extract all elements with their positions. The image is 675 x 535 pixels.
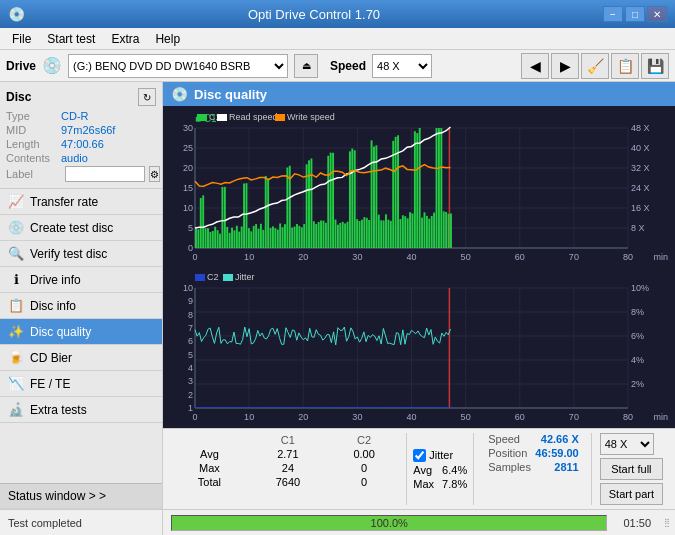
progress-text: 100.0%	[172, 516, 606, 530]
drive-select[interactable]: (G:) BENQ DVD DD DW1640 BSRB	[68, 54, 288, 78]
stats-divider2	[473, 433, 474, 505]
speed-stats: Speed 42.66 X Position 46:59.00 Samples …	[480, 433, 587, 505]
minimize-button[interactable]: −	[603, 6, 623, 22]
sidebar-item-disc-quality[interactable]: ✨ Disc quality	[0, 319, 162, 345]
position-key: Position	[488, 447, 527, 459]
chart2-wrapper	[165, 268, 673, 426]
stats-area: C1 C2 Avg 2.71 0.00 Max 24 0	[163, 428, 675, 509]
disc-refresh-button[interactable]: ↻	[138, 88, 156, 106]
cd-bier-icon: 🍺	[8, 350, 24, 365]
prev-button[interactable]: ◀	[521, 53, 549, 79]
eject-button[interactable]: ⏏	[294, 54, 318, 78]
menu-bar: File Start test Extra Help	[0, 28, 675, 50]
jitter-avg-value: 6.4%	[442, 464, 467, 476]
avg-c1: 2.71	[248, 447, 328, 461]
speed-select[interactable]: 48 X	[372, 54, 432, 78]
stats-divider1	[406, 433, 407, 505]
jitter-avg-label: Avg	[413, 464, 432, 476]
action-speed-select[interactable]: 48 X 40 X 32 X	[600, 433, 654, 455]
label-key: Label	[6, 168, 61, 180]
menu-file[interactable]: File	[4, 30, 39, 48]
samples-row: Samples 2811	[488, 461, 579, 473]
copy-button[interactable]: 📋	[611, 53, 639, 79]
stats-row-header	[171, 433, 248, 447]
samples-value: 2811	[554, 461, 578, 473]
app-icon: 💿	[8, 6, 25, 22]
jitter-checkbox-row: Jitter	[413, 449, 467, 462]
sidebar-item-disc-quality-label: Disc quality	[30, 325, 91, 339]
position-value: 46:59.00	[535, 447, 578, 459]
progress-bar-bg: 100.0%	[171, 515, 607, 531]
sidebar-item-drive-info[interactable]: ℹ Drive info	[0, 267, 162, 293]
sidebar-item-verify-test-disc[interactable]: 🔍 Verify test disc	[0, 241, 162, 267]
extra-tests-icon: 🔬	[8, 402, 24, 417]
sidebar-item-cd-bier-label: CD Bier	[30, 351, 72, 365]
speed-label: Speed	[330, 59, 366, 73]
total-label: Total	[171, 475, 248, 489]
sidebar-item-fe-te[interactable]: 📉 FE / TE	[0, 371, 162, 397]
sidebar-item-status-window[interactable]: Status window > >	[0, 483, 162, 509]
avg-c2: 0.00	[328, 447, 400, 461]
type-label: Type	[6, 110, 61, 122]
sidebar-item-disc-info-label: Disc info	[30, 299, 76, 313]
max-c2: 0	[328, 461, 400, 475]
disc-quality-header-icon: 💿	[171, 86, 188, 102]
disc-section-label: Disc	[6, 90, 31, 104]
stats-c1-header: C1	[248, 433, 328, 447]
start-part-button[interactable]: Start part	[600, 483, 663, 505]
disc-quality-icon: ✨	[8, 324, 24, 339]
sidebar-item-create-test-disc-label: Create test disc	[30, 221, 113, 235]
start-full-button[interactable]: Start full	[600, 458, 663, 480]
sidebar-item-cd-bier[interactable]: 🍺 CD Bier	[0, 345, 162, 371]
disc-quality-title: Disc quality	[194, 87, 267, 102]
contents-label: Contents	[6, 152, 61, 164]
drive-bar: Drive 💿 (G:) BENQ DVD DD DW1640 BSRB ⏏ S…	[0, 50, 675, 82]
menu-extra[interactable]: Extra	[103, 30, 147, 48]
disc-section: Disc ↻ Type CD-R MID 97m26s66f Length 47…	[0, 82, 162, 189]
stats-row-max: Max 24 0	[171, 461, 400, 475]
next-button[interactable]: ▶	[551, 53, 579, 79]
speed-row: Speed 42.66 X	[488, 433, 579, 445]
clear-button[interactable]: 🧹	[581, 53, 609, 79]
jitter-checkbox[interactable]	[413, 449, 426, 462]
drive-info-icon: ℹ	[8, 272, 24, 287]
stats-c2-header: C2	[328, 433, 400, 447]
drive-label: Drive	[6, 59, 36, 73]
close-button[interactable]: ✕	[647, 6, 667, 22]
sidebar-item-drive-info-label: Drive info	[30, 273, 81, 287]
time-display: 01:50	[615, 517, 659, 529]
menu-start-test[interactable]: Start test	[39, 30, 103, 48]
sidebar-item-verify-test-disc-label: Verify test disc	[30, 247, 107, 261]
jitter-max-row: Max 7.8%	[413, 478, 467, 490]
disc-mid-value: 97m26s66f	[61, 124, 115, 136]
disc-label-button[interactable]: ⚙	[149, 166, 160, 182]
samples-key: Samples	[488, 461, 531, 473]
maximize-button[interactable]: □	[625, 6, 645, 22]
jitter-section: Jitter Avg 6.4% Max 7.8%	[413, 433, 467, 505]
disc-label-input[interactable]	[65, 166, 145, 182]
status-bar: Test completed 100.0% 01:50 ⣿	[0, 509, 675, 535]
sidebar-item-transfer-rate-label: Transfer rate	[30, 195, 98, 209]
charts-area	[163, 106, 675, 428]
max-label: Max	[171, 461, 248, 475]
stats-table: C1 C2 Avg 2.71 0.00 Max 24 0	[171, 433, 400, 489]
progress-container: 100.0%	[163, 511, 615, 535]
chart2-canvas	[165, 268, 673, 426]
title-bar: 💿 Opti Drive Control 1.70 − □ ✕	[0, 0, 675, 28]
disc-type-value: CD-R	[61, 110, 89, 122]
sidebar-item-transfer-rate[interactable]: 📈 Transfer rate	[0, 189, 162, 215]
menu-help[interactable]: Help	[147, 30, 188, 48]
disc-quality-header: 💿 Disc quality	[163, 82, 675, 106]
jitter-avg-row: Avg 6.4%	[413, 464, 467, 476]
sidebar-item-create-test-disc[interactable]: 💿 Create test disc	[0, 215, 162, 241]
sidebar-item-disc-info[interactable]: 📋 Disc info	[0, 293, 162, 319]
total-c2: 0	[328, 475, 400, 489]
app-title: Opti Drive Control 1.70	[25, 7, 603, 22]
chart1-wrapper	[165, 108, 673, 266]
stats-divider3	[591, 433, 592, 505]
sidebar-item-fe-te-label: FE / TE	[30, 377, 70, 391]
stats-row-total: Total 7640 0	[171, 475, 400, 489]
save-button[interactable]: 💾	[641, 53, 669, 79]
sidebar-item-extra-tests-label: Extra tests	[30, 403, 87, 417]
sidebar-item-extra-tests[interactable]: 🔬 Extra tests	[0, 397, 162, 423]
